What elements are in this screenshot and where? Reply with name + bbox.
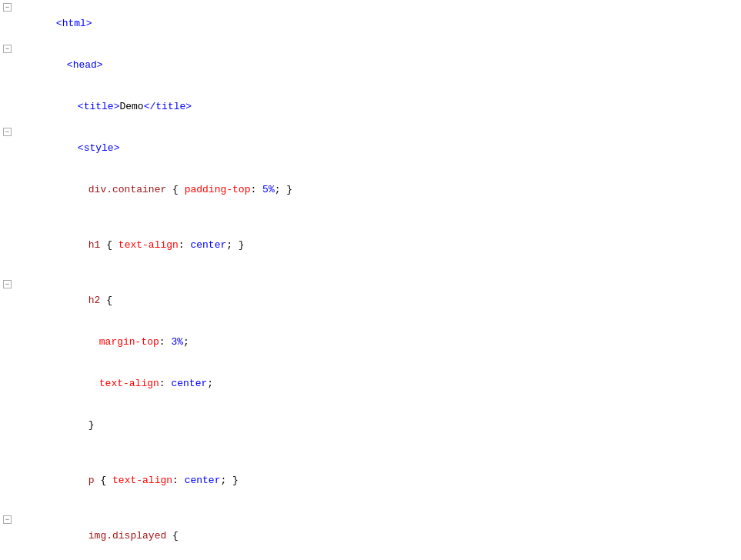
- line-8: [0, 266, 741, 280]
- code-14: p { text-align: center; }: [20, 460, 741, 502]
- collapse-1[interactable]: −: [3, 3, 12, 12]
- code-editor: − <html> − <head> <title>Demo</title> − …: [0, 0, 741, 560]
- line-16: − img.displayed {: [0, 515, 741, 557]
- line-6: [0, 211, 741, 225]
- line-12: }: [0, 405, 741, 446]
- line-15: [0, 502, 741, 515]
- code-2: <head>: [20, 45, 741, 86]
- code-15: [20, 502, 741, 515]
- collapse-4[interactable]: −: [3, 128, 12, 136]
- code-1: <html>: [20, 3, 741, 45]
- gutter-16: −: [3, 515, 20, 524]
- gutter-2: −: [3, 45, 20, 53]
- collapse-2[interactable]: −: [3, 45, 12, 53]
- code-11: text-align: center;: [20, 363, 741, 405]
- code-4: <style>: [20, 128, 741, 169]
- line-10: margin-top: 3%;: [0, 322, 741, 363]
- collapse-9[interactable]: −: [3, 280, 12, 288]
- line-13: [0, 446, 741, 460]
- line-1: − <html>: [0, 3, 741, 45]
- line-14: p { text-align: center; }: [0, 460, 741, 502]
- code-5: div.container { padding-top: 5%; }: [20, 169, 741, 211]
- code-3: <title>Demo</title>: [20, 86, 741, 128]
- gutter-4: −: [3, 128, 20, 136]
- line-9: − h2 {: [0, 280, 741, 322]
- code-8: [20, 266, 741, 280]
- code-6: [20, 211, 741, 225]
- line-7: h1 { text-align: center; }: [0, 225, 741, 266]
- code-9: h2 {: [20, 280, 741, 322]
- code-10: margin-top: 3%;: [20, 322, 741, 363]
- code-16: img.displayed {: [20, 515, 741, 557]
- collapse-16[interactable]: −: [3, 515, 12, 524]
- gutter-1: −: [3, 3, 20, 12]
- line-2: − <head>: [0, 45, 741, 86]
- line-3: <title>Demo</title>: [0, 86, 741, 128]
- line-4: − <style>: [0, 128, 741, 169]
- code-17: display: block;: [20, 557, 741, 560]
- line-17: display: block;: [0, 557, 741, 560]
- line-5: div.container { padding-top: 5%; }: [0, 169, 741, 211]
- code-13: [20, 446, 741, 460]
- code-7: h1 { text-align: center; }: [20, 225, 741, 266]
- code-12: }: [20, 405, 741, 446]
- line-11: text-align: center;: [0, 363, 741, 405]
- gutter-9: −: [3, 280, 20, 288]
